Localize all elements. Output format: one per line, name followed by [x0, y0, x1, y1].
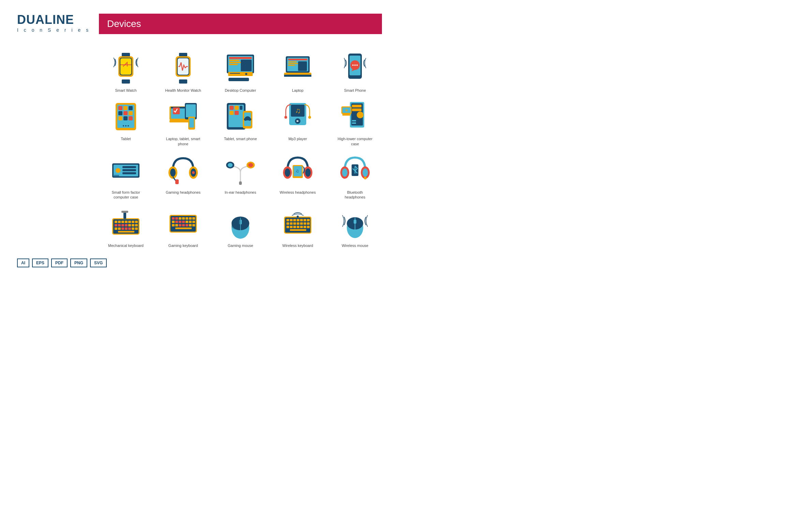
svg-rect-67	[230, 111, 234, 115]
svg-rect-20	[228, 72, 253, 76]
icon-label: Tablet	[121, 136, 131, 141]
list-item: Tablet, smart phone	[213, 100, 267, 146]
svg-rect-200	[300, 226, 303, 228]
svg-point-50	[123, 125, 124, 127]
svg-rect-26	[288, 61, 297, 62]
svg-point-121	[342, 168, 348, 177]
list-item: Health Monitor Watch	[156, 51, 210, 93]
icon-label: Wireless headphones	[280, 190, 316, 195]
icon-label: Laptop	[292, 88, 304, 93]
svg-rect-25	[288, 59, 307, 60]
logo-series: I c o n S e r i e s	[17, 27, 99, 33]
svg-point-79	[284, 116, 287, 119]
svg-rect-160	[192, 217, 195, 220]
icon-box	[109, 153, 143, 187]
svg-point-36	[352, 64, 354, 66]
svg-rect-17	[241, 60, 252, 71]
svg-rect-156	[179, 217, 181, 220]
svg-point-22	[245, 73, 247, 75]
format-badge-svg: SVG	[90, 258, 107, 267]
svg-rect-141	[135, 224, 138, 226]
svg-rect-170	[179, 224, 181, 226]
icon-box	[223, 153, 257, 187]
svg-rect-151	[121, 211, 128, 213]
svg-point-94	[116, 168, 120, 173]
list-item: Gaming headphones	[156, 153, 210, 200]
svg-rect-197	[290, 226, 293, 228]
list-item: ♫ Mp3 player	[271, 100, 325, 146]
svg-rect-136	[118, 224, 121, 226]
svg-rect-201	[304, 226, 306, 228]
icon-box	[166, 206, 200, 240]
icon-label: Desktop Computer	[225, 88, 256, 93]
list-item: ♫ Wireless headphones	[271, 153, 325, 200]
list-item: Wireless mouse	[328, 206, 382, 248]
svg-rect-130	[121, 221, 124, 223]
svg-rect-47	[118, 116, 122, 120]
format-badge-ai: AI	[17, 258, 29, 267]
svg-rect-208	[354, 220, 356, 224]
icon-grid: Smart Watch Health Monitor Watch	[99, 51, 382, 248]
icon-box	[109, 100, 143, 134]
icon-box	[338, 51, 372, 85]
logo-area: DUALINE I c o n S e r i e s	[17, 14, 99, 33]
svg-rect-190	[290, 222, 293, 225]
svg-rect-61	[189, 118, 194, 128]
icon-label: Smart Watch	[115, 88, 136, 93]
svg-rect-174	[192, 224, 195, 226]
icon-label: Small form factor computer case	[107, 190, 145, 200]
svg-rect-193	[300, 222, 303, 225]
list-item: ★ High-tower computer case	[328, 100, 382, 146]
svg-rect-203	[290, 229, 306, 231]
svg-text:♫: ♫	[295, 106, 301, 115]
icon-box	[166, 100, 200, 134]
list-item: Laptop, tablet, smart phone	[156, 100, 210, 146]
svg-rect-46	[129, 111, 133, 115]
list-item: Smart Watch	[99, 51, 153, 93]
svg-rect-7	[179, 79, 187, 84]
list-item: Desktop Computer	[213, 51, 267, 93]
svg-rect-182	[286, 219, 289, 221]
svg-rect-129	[118, 221, 121, 223]
svg-rect-196	[286, 226, 289, 228]
svg-rect-137	[121, 224, 124, 226]
svg-rect-139	[128, 224, 131, 226]
svg-rect-166	[189, 221, 192, 223]
svg-rect-183	[290, 219, 293, 221]
list-item: In-ear headphones	[213, 153, 267, 200]
svg-rect-59	[186, 104, 196, 117]
icon-box: ♫	[281, 100, 315, 134]
icon-box	[223, 51, 257, 85]
svg-point-204	[297, 216, 299, 218]
icon-label: Gaming keyboard	[168, 243, 198, 248]
icon-label: High-tower computer case	[336, 136, 374, 146]
svg-rect-169	[175, 224, 178, 226]
icon-label: Laptop, tablet, smart phone	[164, 136, 202, 146]
icon-label: Bluetooth headphones	[336, 190, 374, 200]
svg-rect-56	[169, 120, 190, 122]
svg-point-73	[248, 118, 251, 121]
icon-box	[223, 206, 257, 240]
svg-rect-161	[172, 221, 175, 223]
icon-box	[281, 51, 315, 85]
icon-box	[166, 153, 200, 187]
svg-rect-97	[122, 172, 136, 174]
svg-rect-158	[186, 217, 188, 220]
svg-rect-147	[132, 227, 134, 230]
svg-rect-66	[240, 106, 242, 110]
svg-rect-16	[229, 64, 238, 65]
svg-rect-162	[175, 221, 178, 223]
icon-label: Wireless mouse	[342, 243, 368, 248]
svg-rect-194	[304, 222, 306, 225]
svg-rect-188	[307, 219, 310, 221]
format-badge-png: PNG	[70, 258, 87, 267]
svg-rect-31	[284, 75, 311, 77]
svg-point-72	[244, 118, 247, 121]
svg-point-109	[228, 163, 233, 167]
svg-rect-164	[182, 221, 185, 223]
svg-rect-133	[132, 221, 134, 223]
svg-rect-68	[235, 111, 239, 115]
icon-box	[223, 100, 257, 134]
svg-rect-84	[352, 108, 361, 111]
svg-rect-154	[172, 217, 175, 220]
